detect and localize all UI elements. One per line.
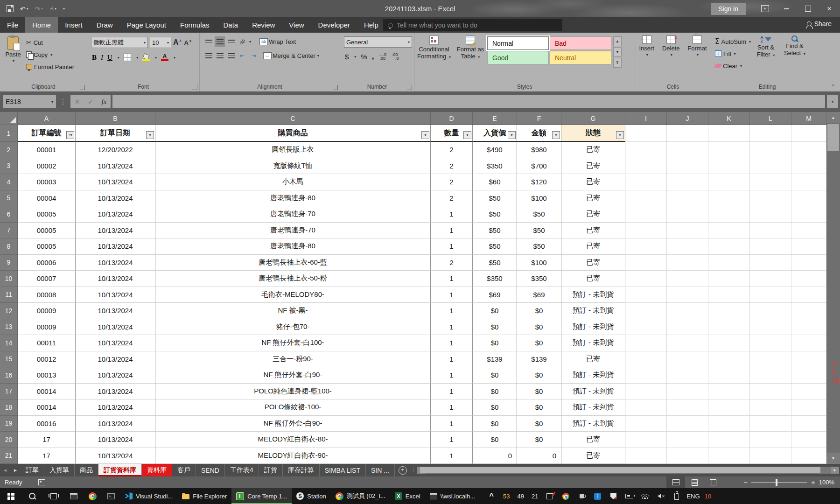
percent-button[interactable]: %	[361, 53, 367, 61]
cell-L21[interactable]	[750, 448, 791, 464]
cell-I1[interactable]	[625, 125, 667, 142]
cell-A17[interactable]: 00014	[18, 384, 76, 400]
cell-J14[interactable]	[667, 335, 708, 351]
decrease-indent-button[interactable]: ⇤	[237, 50, 247, 61]
cell-D6[interactable]: 1	[431, 206, 473, 223]
cell-L1[interactable]	[750, 125, 791, 142]
row-header-11[interactable]: 11	[0, 287, 18, 303]
cell-L20[interactable]	[750, 432, 791, 448]
copy-button[interactable]: Copy▾	[26, 49, 74, 61]
row-header-5[interactable]: 5	[0, 190, 18, 207]
styles-more-button[interactable]: ⊽	[613, 58, 622, 68]
menu-tab-insert[interactable]: Insert	[58, 17, 90, 33]
clear-button[interactable]: Clear▾	[715, 60, 751, 72]
cell-M2[interactable]	[791, 142, 826, 158]
cell-M7[interactable]	[791, 223, 826, 239]
cell-M21[interactable]	[791, 448, 826, 464]
cell-F18[interactable]: $0	[517, 399, 561, 416]
cell-M12[interactable]	[791, 303, 826, 319]
scroll-down-button[interactable]: ▼	[826, 453, 840, 464]
cell-M6[interactable]	[791, 206, 826, 223]
cell-L7[interactable]	[750, 223, 791, 239]
sheet-tab-9[interactable]: 訂貨	[259, 464, 283, 476]
cell-M8[interactable]	[791, 238, 826, 255]
cell-F3[interactable]: $700	[517, 158, 561, 175]
cell-B10[interactable]: 10/13/2024	[76, 271, 155, 287]
cell-C12[interactable]: NF 被-黑-	[155, 303, 431, 319]
cell-G16[interactable]: 預訂 - 未到貨	[561, 367, 625, 384]
cell-K8[interactable]	[708, 238, 750, 255]
cell-E2[interactable]: $490	[473, 142, 517, 158]
cell-style-normal[interactable]: Normal	[487, 36, 549, 50]
cell-J2[interactable]	[667, 142, 708, 158]
zoom-in-button[interactable]: +	[811, 478, 815, 486]
row-header-21[interactable]: 21	[0, 448, 18, 464]
cell-B17[interactable]: 10/13/2024	[76, 384, 155, 400]
page-layout-view-button[interactable]	[685, 476, 704, 488]
sheet-tab-10[interactable]: 庫存計算	[283, 464, 320, 476]
filter-button-B1[interactable]: ▾	[146, 131, 154, 139]
bold-button[interactable]: B	[92, 54, 97, 62]
fill-button[interactable]: ↓Fill▾	[715, 48, 751, 60]
align-center-button[interactable]	[215, 50, 225, 61]
cell-F5[interactable]: $100	[517, 190, 561, 207]
cell-C8[interactable]: 唐老鴨連身-80	[155, 238, 431, 255]
cell-C10[interactable]: 唐老鴨長袖上衣-50-粉	[155, 271, 431, 287]
coretemp-value-1[interactable]: 53	[499, 493, 513, 500]
row-header-4[interactable]: 4	[0, 174, 18, 190]
cell-A14[interactable]: 00011	[18, 335, 76, 351]
cell-A12[interactable]: 00009	[18, 303, 76, 319]
cell-F17[interactable]: $0	[517, 384, 561, 400]
cell-M9[interactable]	[791, 255, 826, 271]
cell-M4[interactable]	[791, 174, 826, 190]
align-right-button[interactable]	[226, 50, 236, 61]
column-header-F[interactable]: F	[517, 112, 561, 125]
fill-color-button[interactable]	[142, 54, 150, 61]
cell-J20[interactable]	[667, 432, 708, 448]
cell-K13[interactable]	[708, 319, 750, 336]
touch-mode-button[interactable]: ☝▾	[50, 5, 57, 13]
column-header-C[interactable]: C	[155, 112, 431, 125]
cell-K11[interactable]	[708, 287, 750, 303]
cell-I14[interactable]	[625, 335, 667, 351]
cell-F13[interactable]: $0	[517, 319, 561, 336]
cell-L13[interactable]	[750, 319, 791, 336]
cell-I3[interactable]	[625, 158, 667, 175]
volume-button[interactable]: ×	[653, 494, 669, 499]
chrome-pinned-button[interactable]	[83, 488, 102, 504]
cell-F15[interactable]: $139	[517, 351, 561, 368]
cell-C11[interactable]: 毛衛衣-MELODY80-	[155, 287, 431, 303]
cell-F8[interactable]: $50	[517, 238, 561, 255]
cell-I20[interactable]	[625, 432, 667, 448]
cell-I7[interactable]	[625, 223, 667, 239]
cell-A5[interactable]: 00004	[18, 190, 76, 207]
row-header-15[interactable]: 15	[0, 351, 18, 368]
cell-E4[interactable]: $60	[473, 174, 517, 190]
row-header-6[interactable]: 6	[0, 206, 18, 223]
cell-B9[interactable]: 10/13/2024	[76, 255, 155, 271]
cell-C19[interactable]: NF 熊仔外套-白90-	[155, 416, 431, 432]
cell-A2[interactable]: 00001	[18, 142, 76, 158]
cell-I13[interactable]	[625, 319, 667, 336]
cell-E7[interactable]: $50	[473, 223, 517, 239]
alignment-dialog-launcher[interactable]	[333, 85, 338, 90]
cell-J3[interactable]	[667, 158, 708, 175]
align-bottom-button[interactable]	[226, 36, 236, 47]
cell-E13[interactable]: $0	[473, 319, 517, 336]
cell-J10[interactable]	[667, 271, 708, 287]
filter-button-E1[interactable]: ▾	[508, 131, 516, 139]
cell-M18[interactable]	[791, 399, 826, 416]
cell-B1[interactable]: 訂單日期▾	[76, 125, 155, 142]
maximize-button[interactable]	[797, 0, 819, 17]
cell-C7[interactable]: 唐老鴨連身-70	[155, 223, 431, 239]
align-top-button[interactable]	[203, 36, 214, 47]
cell-M16[interactable]	[791, 367, 826, 384]
menu-tab-draw[interactable]: Draw	[90, 17, 120, 33]
vertical-scrollbar[interactable]: ▲ ▼	[826, 112, 840, 464]
taskbar-button-visual-studi-[interactable]: Visual Studi...	[120, 488, 177, 504]
cell-L16[interactable]	[750, 367, 791, 384]
cell-L5[interactable]	[750, 190, 791, 207]
number-dialog-launcher[interactable]	[407, 85, 412, 90]
cell-D8[interactable]: 1	[431, 238, 473, 255]
column-header-A[interactable]: A	[18, 112, 76, 125]
